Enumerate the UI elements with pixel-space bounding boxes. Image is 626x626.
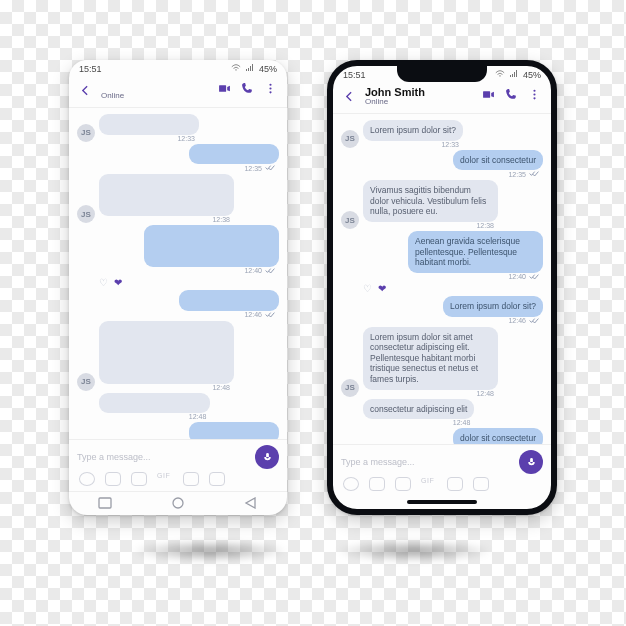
message-bubble[interactable]: Lorem ipsum dolor sit? [99, 114, 199, 135]
message-time: 12:48 [189, 413, 207, 420]
like-icon[interactable]: ♡ [363, 283, 372, 294]
message-meta: 12:33 [99, 135, 199, 142]
read-ticks-icon [265, 311, 275, 319]
svg-point-4 [173, 498, 183, 508]
svg-rect-3 [99, 498, 111, 508]
avatar[interactable]: JS [341, 211, 359, 229]
back-button[interactable] [79, 84, 93, 97]
message-time: 12:35 [508, 171, 526, 178]
sticker-icon[interactable] [473, 477, 489, 491]
heart-icon[interactable]: ❤ [378, 283, 386, 294]
sticker-icon[interactable] [183, 472, 199, 486]
message-row: JSVivamus sagittis bibendum dolor vehicu… [341, 180, 543, 229]
message-bubble[interactable]: dolor sit consectetur [189, 422, 279, 439]
message-time: 12:40 [508, 273, 526, 280]
android-nav-bar [69, 491, 287, 515]
svg-point-5 [533, 90, 535, 92]
mic-button[interactable] [255, 445, 279, 469]
sticker-icon[interactable] [395, 477, 411, 491]
voice-call-icon[interactable] [241, 81, 254, 99]
more-icon[interactable] [264, 81, 277, 99]
avatar[interactable]: JS [77, 205, 95, 223]
message-bubble[interactable]: Lorem ipsum dolor sit amet consectetur a… [99, 321, 234, 384]
read-ticks-icon [529, 273, 539, 281]
message-meta: 12:46 [443, 317, 543, 325]
message-bubble[interactable]: Aenean gravida scelerisque pellentesque.… [144, 225, 279, 267]
sticker-icon[interactable] [209, 472, 225, 486]
message-row: dolor sit consectetur12:49 [341, 428, 543, 444]
gif-icon[interactable]: GIF [157, 472, 173, 486]
like-icon[interactable]: ♡ [99, 277, 108, 288]
avatar[interactable]: JS [77, 124, 95, 142]
phone-mockup-filled: 15:51 45% John Smith Online JSLorem ipsu… [327, 60, 557, 515]
phone-mockup-wireframe: 15:51 45% John Smith Online JSLorem ipsu… [69, 60, 287, 515]
gif-icon[interactable]: GIF [421, 477, 437, 491]
message-input[interactable] [341, 457, 513, 467]
contact-status: Online [365, 98, 474, 107]
message-time: 12:38 [476, 222, 494, 229]
sticker-row: GIF [341, 477, 543, 493]
sticker-row: GIF [77, 472, 279, 488]
status-bar: 15:51 45% [69, 60, 287, 76]
back-button[interactable] [343, 90, 357, 103]
avatar[interactable]: JS [341, 130, 359, 148]
message-bubble[interactable]: Vivamus sagittis bibendum dolor vehicula… [363, 180, 498, 222]
message-time: 12:48 [453, 419, 471, 426]
message-bubble[interactable]: Lorem ipsum dolor sit amet consectetur a… [363, 327, 498, 390]
message-meta: 12:38 [363, 222, 498, 229]
video-call-icon[interactable] [482, 87, 495, 105]
voice-call-icon[interactable] [505, 87, 518, 105]
nav-recent-icon[interactable] [97, 497, 113, 509]
read-ticks-icon [265, 164, 275, 172]
message-row: dolor sit consectetur12:35 [341, 150, 543, 179]
svg-point-0 [269, 84, 271, 86]
message-row: consectetur adipiscing elit12:48 [77, 393, 279, 421]
svg-point-6 [533, 94, 535, 96]
avatar-spacer [341, 408, 359, 426]
message-meta: 12:48 [363, 390, 498, 397]
message-bubble[interactable]: Lorem ipsum dolor sit? [443, 296, 543, 317]
video-call-icon[interactable] [218, 81, 231, 99]
message-bubble[interactable]: dolor sit consectetur [189, 144, 279, 165]
message-feed[interactable]: JSLorem ipsum dolor sit?12:33dolor sit c… [333, 114, 551, 444]
sticker-icon[interactable] [105, 472, 121, 486]
message-feed[interactable]: JSLorem ipsum dolor sit?12:33dolor sit c… [69, 108, 287, 439]
heart-icon[interactable]: ❤ [114, 277, 122, 288]
message-bubble[interactable]: consectetur adipiscing elit [99, 393, 210, 414]
nav-home-icon[interactable] [170, 497, 186, 509]
wifi-icon [495, 70, 505, 80]
notch [397, 66, 487, 82]
message-bubble[interactable]: Lorem ipsum dolor sit? [179, 290, 279, 311]
emoji-icon[interactable] [343, 477, 359, 491]
message-time: 12:48 [476, 390, 494, 397]
mic-button[interactable] [519, 450, 543, 474]
message-bubble[interactable]: dolor sit consectetur [453, 150, 543, 171]
message-input[interactable] [77, 452, 249, 462]
emoji-icon[interactable] [79, 472, 95, 486]
message-bubble[interactable]: Vivamus sagittis bibendum dolor vehicula… [99, 174, 234, 216]
avatar[interactable]: JS [77, 373, 95, 391]
avatar[interactable]: JS [341, 379, 359, 397]
composer: GIF [69, 439, 287, 491]
message-time: 12:33 [441, 141, 459, 148]
message-bubble[interactable]: Lorem ipsum dolor sit? [363, 120, 463, 141]
sticker-icon[interactable] [131, 472, 147, 486]
sticker-icon[interactable] [369, 477, 385, 491]
message-row: JSLorem ipsum dolor sit?12:33 [77, 114, 279, 142]
svg-point-7 [533, 98, 535, 100]
home-indicator[interactable] [407, 500, 477, 504]
message-meta: 12:38 [99, 216, 234, 223]
nav-back-icon[interactable] [243, 497, 259, 509]
message-meta: 12:40 [144, 267, 279, 275]
message-bubble[interactable]: dolor sit consectetur [453, 428, 543, 444]
message-bubble[interactable]: Aenean gravida scelerisque pellentesque.… [408, 231, 543, 273]
more-icon[interactable] [528, 87, 541, 105]
reaction-row: ♡❤ [77, 277, 279, 288]
chat-header: John Smith Online [333, 82, 551, 114]
message-time: 12:35 [244, 165, 262, 172]
message-row: Aenean gravida scelerisque pellentesque.… [77, 225, 279, 275]
sticker-icon[interactable] [447, 477, 463, 491]
message-bubble[interactable]: consectetur adipiscing elit [363, 399, 474, 420]
svg-point-2 [269, 92, 271, 94]
message-row: Aenean gravida scelerisque pellentesque.… [341, 231, 543, 281]
